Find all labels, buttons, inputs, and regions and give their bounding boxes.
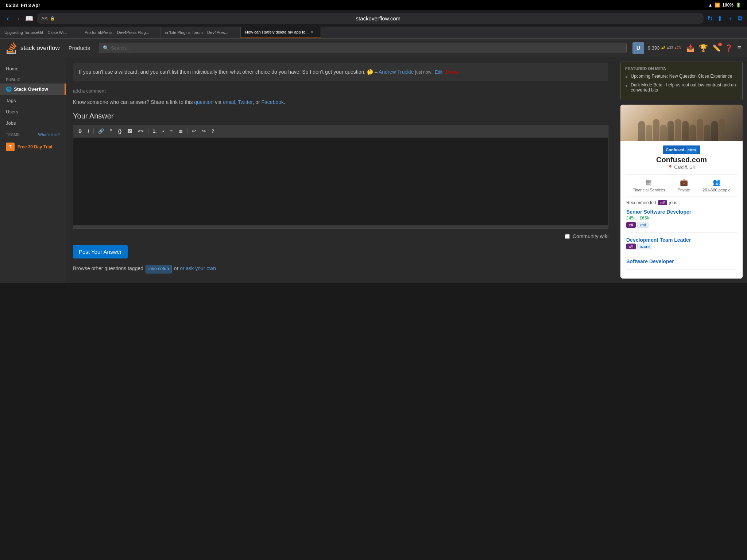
- job-tag-csharp-1[interactable]: c#: [626, 222, 636, 228]
- toolbar-sep-2: [148, 128, 148, 134]
- font-size-label: AA: [41, 16, 47, 21]
- answer-editor: B I 🔗 " {} 🖼 <> 1. • ≡ ≣ ↩ ↪ ? · · · ·: [73, 125, 608, 229]
- globe-icon: 🌐: [6, 86, 12, 92]
- sidebar-item-tags[interactable]: Tags: [0, 95, 66, 106]
- location-text: Cardiff, UK: [674, 165, 695, 170]
- browser-tab-3[interactable]: in 'Lite Plugins' forum – Dev4Pres...: [160, 27, 241, 38]
- italic-button[interactable]: I: [85, 127, 91, 135]
- products-nav[interactable]: Products: [66, 43, 93, 52]
- company-logo: Confused.com: [663, 145, 700, 154]
- code-button[interactable]: {}: [116, 127, 124, 135]
- so-logo[interactable]: stack overflow: [6, 42, 60, 54]
- community-wiki-checkbox[interactable]: [565, 234, 570, 239]
- twitter-share-link[interactable]: Twitter: [238, 99, 252, 105]
- inbox-icon[interactable]: 📥: [686, 44, 694, 52]
- featured-item-1: ● Upcoming Feature: New Question Close E…: [625, 74, 738, 79]
- menu-icon[interactable]: ≡: [737, 44, 741, 52]
- undo-button[interactable]: ↩: [190, 127, 198, 135]
- sidebar-item-stackoverflow[interactable]: 🌐 Stack Overflow: [0, 83, 66, 95]
- job-tag-csharp-2[interactable]: c#: [626, 244, 636, 249]
- sidebar-item-users[interactable]: Users: [0, 106, 66, 117]
- help-icon[interactable]: ❓: [725, 44, 733, 52]
- type-label: Private: [678, 188, 690, 192]
- job-tags-1: c# xml: [626, 222, 737, 228]
- editor-resize-handle[interactable]: · · · · · ·: [73, 225, 608, 229]
- ordered-list-button[interactable]: 1.: [151, 127, 159, 135]
- browser-tab-2[interactable]: Pro for bbPress – Dev4Press Plug...: [80, 27, 160, 38]
- browser-tab-4[interactable]: How can I safely delete my app fo... ✕: [241, 27, 321, 38]
- teams-trial[interactable]: T Free 30 Day Trial: [0, 140, 66, 153]
- outdent-button[interactable]: ≣: [177, 127, 185, 135]
- tabs-button[interactable]: ⧉: [738, 15, 743, 22]
- user-area: U 9,393 ●8 ●33 ●73: [632, 42, 681, 54]
- user-avatar[interactable]: U: [632, 42, 644, 54]
- search-bar[interactable]: 🔍 Search...: [99, 43, 627, 53]
- job-title-2[interactable]: Development Team Leader: [626, 237, 737, 243]
- comment-author[interactable]: Andrew Truckle: [379, 69, 414, 75]
- forward-button[interactable]: ›: [15, 13, 22, 23]
- bookmarks-button[interactable]: 📖: [25, 15, 33, 23]
- redo-button[interactable]: ↪: [200, 127, 208, 135]
- search-icon: 🔍: [103, 45, 109, 51]
- snippet-button[interactable]: <>: [136, 127, 146, 135]
- editor-body[interactable]: [73, 137, 608, 225]
- help-editor-button[interactable]: ?: [209, 127, 217, 135]
- location-pin-icon: 📍: [667, 165, 673, 170]
- recommended-label: Recommended: [626, 200, 656, 205]
- community-wiki-row: Community wiki: [73, 233, 608, 239]
- achievements-icon[interactable]: 🏆: [699, 44, 708, 52]
- person-2: [646, 125, 652, 141]
- featured-dot-1: ●: [625, 74, 628, 79]
- browser-tab-1[interactable]: Upgrading TortoiseGit – Close Wi...: [0, 27, 80, 38]
- inno-setup-tag[interactable]: inno-setup: [146, 265, 172, 273]
- sidebar-item-home[interactable]: Home: [0, 63, 66, 74]
- add-comment-link[interactable]: add a comment: [73, 87, 608, 98]
- whats-this-link[interactable]: What's this?: [38, 132, 60, 137]
- job-item-3: Software Developer: [626, 258, 737, 270]
- indent-button[interactable]: ≡: [168, 127, 175, 135]
- share-button[interactable]: ⬆: [717, 15, 723, 23]
- teams-section: TEAMS What's this?: [0, 129, 66, 140]
- so-main-content: If you can't use a wildcard, and you can…: [66, 57, 616, 283]
- ask-your-own-link[interactable]: or ask your own: [180, 265, 216, 271]
- blockquote-button[interactable]: ": [108, 127, 114, 135]
- jobs-recommended-label: jobs: [669, 200, 677, 205]
- so-logo-text: stack overflow: [20, 44, 60, 52]
- job-tag-azure-2[interactable]: azure: [637, 244, 653, 249]
- link-button[interactable]: 🔗: [96, 127, 106, 135]
- image-button[interactable]: 🖼: [125, 127, 134, 135]
- share-section: Know someone who can answer? Share a lin…: [73, 98, 608, 106]
- review-icon[interactable]: ✏️ !: [712, 44, 720, 52]
- job-tags-2: c# azure: [626, 244, 737, 249]
- job-tag-xml-1[interactable]: xml: [637, 222, 649, 228]
- signal-icon: 📶: [715, 3, 720, 8]
- person-10: [704, 125, 711, 141]
- question-link[interactable]: question: [194, 99, 213, 105]
- job-item-2: Development Team Leader c# azure: [626, 237, 737, 254]
- reload-button[interactable]: ↻: [707, 15, 713, 23]
- job-title-3[interactable]: Software Developer: [626, 258, 737, 264]
- post-answer-button[interactable]: Post Your Answer: [73, 245, 128, 258]
- unordered-list-button[interactable]: •: [160, 127, 166, 135]
- company-size-stat: 👥 201-500 people: [703, 178, 730, 192]
- close-tab-icon[interactable]: ✕: [310, 30, 314, 35]
- job-title-1[interactable]: Senior Software Developer: [626, 209, 737, 215]
- community-wiki-label: Community wiki: [573, 233, 608, 239]
- comment-block: If you can't use a wildcard, and you can…: [73, 63, 608, 81]
- url-bar[interactable]: AA 🔒 stackoverflow.com: [37, 13, 704, 24]
- comment-text: If you can't use a wildcard, and you can…: [79, 69, 373, 75]
- sidebar-item-jobs[interactable]: Jobs: [0, 117, 66, 129]
- delete-comment-link[interactable]: Delete: [446, 70, 459, 75]
- featured-dot-2: ●: [625, 83, 628, 88]
- email-share-link[interactable]: email: [223, 99, 235, 105]
- company-logo-row: Confused.com: [626, 145, 737, 154]
- bold-button[interactable]: B: [76, 127, 84, 135]
- edit-comment-link[interactable]: Edit: [435, 70, 442, 75]
- facebook-share-link[interactable]: Facebook: [262, 99, 284, 105]
- csharp-recommended-badge[interactable]: c#: [658, 200, 667, 205]
- status-bar: 05:23 Fri 3 Apr ▲ 📶 100% 🔋: [0, 0, 747, 10]
- person-7: [682, 121, 689, 141]
- back-button[interactable]: ‹: [4, 13, 11, 23]
- company-name[interactable]: Confused.com: [626, 156, 737, 164]
- new-tab-button[interactable]: ＋: [727, 14, 734, 23]
